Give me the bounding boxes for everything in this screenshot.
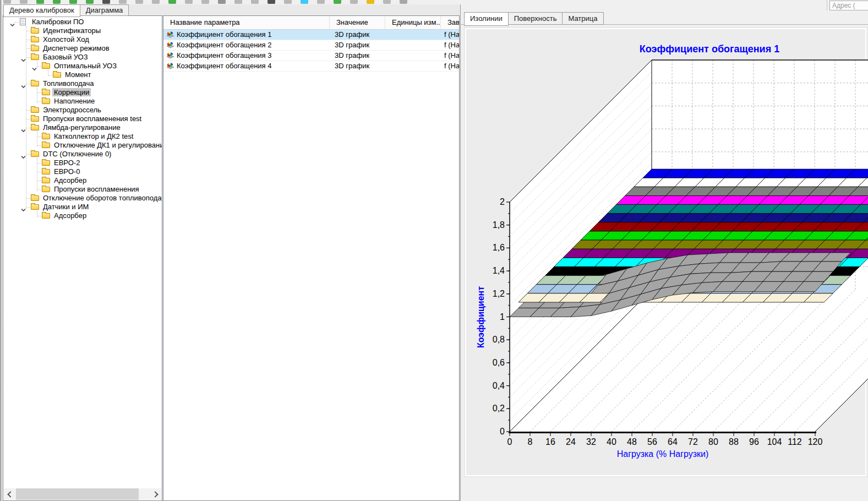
table-row[interactable]: Коэффициент обогащения 23D графикf (Наг (163, 40, 459, 51)
scroll-left-button[interactable] (4, 488, 15, 500)
tree-item-label[interactable]: ЕВРО-0 (52, 167, 81, 176)
tree-item-label[interactable]: Адсорбер (52, 211, 88, 220)
tree-item[interactable]: Топливоподача (3, 79, 162, 88)
tab-3[interactable]: Матрица (562, 12, 603, 25)
toolbar-icon-fragment[interactable] (218, 0, 226, 4)
tree-item[interactable]: Наполнение (3, 97, 162, 106)
toolbar-icon-fragment[interactable] (53, 0, 61, 4)
toolbar-icon-fragment[interactable] (152, 0, 160, 4)
tree-item[interactable]: Момент (3, 70, 162, 79)
toolbar-icon-fragment[interactable] (284, 0, 292, 4)
isolines-chart[interactable]: 08162432404856647280889610411212000,20,4… (461, 25, 868, 501)
toolbar-icon-fragment[interactable] (36, 0, 44, 4)
tree-item[interactable]: Идентификаторы (3, 26, 162, 35)
tree-item-label[interactable]: Базовый УОЗ (41, 53, 90, 61)
tree-item[interactable]: Лямбда-регулирование (3, 123, 162, 132)
tree-item-label[interactable]: Пропуски воспламенения test (41, 115, 143, 123)
tree-item-label[interactable]: Идентификаторы (41, 26, 102, 35)
chevron-down-icon[interactable] (21, 153, 26, 156)
param-dependency: f (Наг (444, 61, 460, 71)
tree-guide-line (37, 158, 37, 191)
toolbar-icon-fragment[interactable] (102, 0, 110, 4)
toolbar-icon-fragment[interactable] (69, 0, 77, 4)
tree-item[interactable]: Базовый УОЗ (3, 53, 162, 62)
tab-1[interactable]: Изолинии (464, 12, 509, 26)
tree-item[interactable]: Отключение оборотов топливоподачи (3, 194, 162, 203)
tree-item-label[interactable]: Отключение оборотов топливоподачи (41, 194, 162, 202)
table-row[interactable]: Коэффициент обогащения 33D графикf (Наг (163, 51, 459, 61)
tree-item-label[interactable]: Лямбда-регулирование (41, 123, 122, 132)
tree-item-label[interactable]: Наполнение (52, 97, 96, 105)
toolbar-icon-fragment[interactable] (3, 0, 11, 4)
address-input[interactable]: Адрес ( (829, 1, 868, 10)
scrollbar-thumb[interactable] (16, 488, 139, 500)
column-header[interactable]: Единицы изм... (385, 16, 441, 29)
tree-item-label[interactable]: Электродроссель (41, 106, 103, 114)
toolbar-icon-fragment[interactable] (400, 0, 407, 4)
tree-item-label[interactable]: Оптимальный УОЗ (52, 62, 118, 70)
tree-item[interactable]: Отключение ДК1 и регулирования (3, 141, 162, 150)
tree-item[interactable]: Катколлектор и ДК2 test (3, 132, 162, 141)
tree-item-label[interactable]: Диспетчер режимов (41, 44, 111, 52)
toolbar-icon-fragment[interactable] (268, 0, 275, 4)
column-header[interactable]: Зависи (441, 16, 460, 29)
svg-text:88: 88 (729, 437, 739, 446)
tree-item[interactable]: ЕВРО-0 (3, 167, 162, 176)
column-header[interactable]: Название параметра (163, 16, 330, 29)
tree-item[interactable]: Адсорбер (3, 211, 162, 220)
tree-item-label[interactable]: ЕВРО-2 (52, 159, 81, 167)
tree-item-label[interactable]: Катколлектор и ДК2 test (52, 132, 135, 140)
tree-item-label[interactable]: Пропуски воспламенения (52, 185, 141, 193)
tree-item-label[interactable]: Коррекции (52, 88, 91, 96)
tree-item-label[interactable]: Калибровки ПО (30, 18, 85, 26)
toolbar-icon-fragment[interactable] (168, 0, 176, 4)
toolbar-icon-fragment[interactable] (350, 0, 358, 4)
tree-item-label[interactable]: Холостой Ход (41, 35, 91, 43)
toolbar-icon-fragment[interactable] (334, 0, 341, 4)
chevron-down-icon[interactable] (21, 56, 26, 59)
chevron-down-icon[interactable] (21, 205, 26, 209)
tree-item[interactable]: Датчики и ИМ (3, 203, 162, 211)
tree-item-label[interactable]: Адсорбер (52, 176, 88, 184)
tree-item[interactable]: DTC (Отключение 0) (3, 150, 162, 159)
tree-item[interactable]: Калибровки ПО (3, 18, 162, 26)
chevron-down-icon[interactable] (21, 126, 26, 130)
toolbar-icon-fragment[interactable] (119, 0, 127, 4)
chevron-down-icon[interactable] (21, 82, 26, 86)
tree-item-label[interactable]: Топливоподача (41, 79, 96, 88)
toolbar-icon-fragment[interactable] (201, 0, 209, 4)
tree-item[interactable]: Пропуски воспламенения (3, 185, 162, 194)
tree-item-label[interactable]: Датчики и ИМ (41, 203, 90, 211)
toolbar-icon-fragment[interactable] (185, 0, 193, 4)
tree-horizontal-scrollbar[interactable] (4, 488, 161, 500)
column-header[interactable]: Значение (330, 16, 385, 29)
toolbar-icon-fragment[interactable] (367, 0, 374, 4)
chevron-down-icon[interactable] (32, 64, 37, 68)
tree-item[interactable]: Адсорбер (3, 176, 162, 185)
toolbar-icon-fragment[interactable] (234, 0, 242, 4)
tree-item-label[interactable]: DTC (Отключение 0) (41, 150, 113, 158)
tree-item[interactable]: Холостой Ход (3, 35, 162, 44)
toolbar-icon-fragment[interactable] (20, 0, 28, 4)
tree-item[interactable]: Оптимальный УОЗ (3, 62, 162, 70)
scroll-right-button[interactable] (150, 488, 161, 500)
toolbar-icon-fragment[interactable] (317, 0, 325, 4)
toolbar-icon-fragment[interactable] (301, 0, 308, 4)
tab-2[interactable]: Диаграмма (80, 4, 129, 16)
toolbar-icon-fragment[interactable] (251, 0, 259, 4)
tab-1[interactable]: Дерево калибровок (3, 4, 80, 17)
tree-item[interactable]: Коррекции (3, 88, 162, 97)
toolbar-icon-fragment[interactable] (86, 0, 94, 4)
toolbar-icon-fragment[interactable] (135, 0, 143, 4)
tab-2[interactable]: Поверхность (508, 12, 563, 25)
table-row[interactable]: Коэффициент обогащения 13D графикf (Наг (163, 30, 459, 40)
tree-item[interactable]: Электродроссель (3, 106, 162, 115)
toolbar-icon-fragment[interactable] (383, 0, 391, 4)
chevron-down-icon[interactable] (10, 20, 15, 24)
tree-item[interactable]: ЕВРО-2 (3, 159, 162, 167)
tree-item-label[interactable]: Отключение ДК1 и регулирования (52, 141, 162, 149)
tree-item[interactable]: Диспетчер режимов (3, 44, 162, 53)
tree-item[interactable]: Пропуски воспламенения test (3, 115, 162, 123)
tree-item-label[interactable]: Момент (63, 70, 93, 79)
table-row[interactable]: Коэффициент обогащения 43D графикf (Наг (163, 61, 459, 72)
